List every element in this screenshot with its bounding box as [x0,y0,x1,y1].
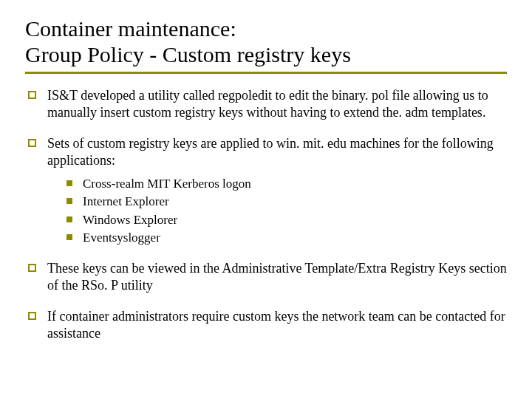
title-line-2: Group Policy - Custom registry keys [25,42,351,66]
bullet-item: IS&T developed a utility called regpoled… [25,87,507,120]
bullet-text: If container administrators require cust… [47,309,505,341]
sub-bullet-item: Eventsyslogger [65,230,507,245]
sub-bullet-text: Windows Explorer [83,213,177,227]
bullet-item: If container administrators require cust… [25,308,507,341]
bullet-list: IS&T developed a utility called regpoled… [25,87,507,341]
sub-bullet-text: Internet Explorer [83,194,169,208]
sub-bullet-item: Internet Explorer [65,194,507,209]
slide: Container maintenance: Group Policy - Cu… [0,0,532,371]
sub-bullet-text: Eventsyslogger [83,231,160,245]
sub-bullet-item: Cross-realm MIT Kerberos logon [65,176,507,191]
bullet-item: Sets of custom registry keys are applied… [25,135,507,245]
bullet-text: Sets of custom registry keys are applied… [47,136,494,168]
bullet-item: These keys can be viewed in the Administ… [25,260,507,293]
sub-bullet-item: Windows Explorer [65,212,507,228]
title-line-1: Container maintenance: [25,16,236,41]
sub-bullet-list: Cross-realm MIT Kerberos logon Internet … [65,176,507,245]
slide-title: Container maintenance: Group Policy - Cu… [25,16,507,67]
bullet-text: These keys can be viewed in the Administ… [47,261,507,293]
bullet-text: IS&T developed a utility called regpoled… [47,88,488,120]
sub-bullet-text: Cross-realm MIT Kerberos logon [83,177,251,191]
title-underline [25,72,507,74]
